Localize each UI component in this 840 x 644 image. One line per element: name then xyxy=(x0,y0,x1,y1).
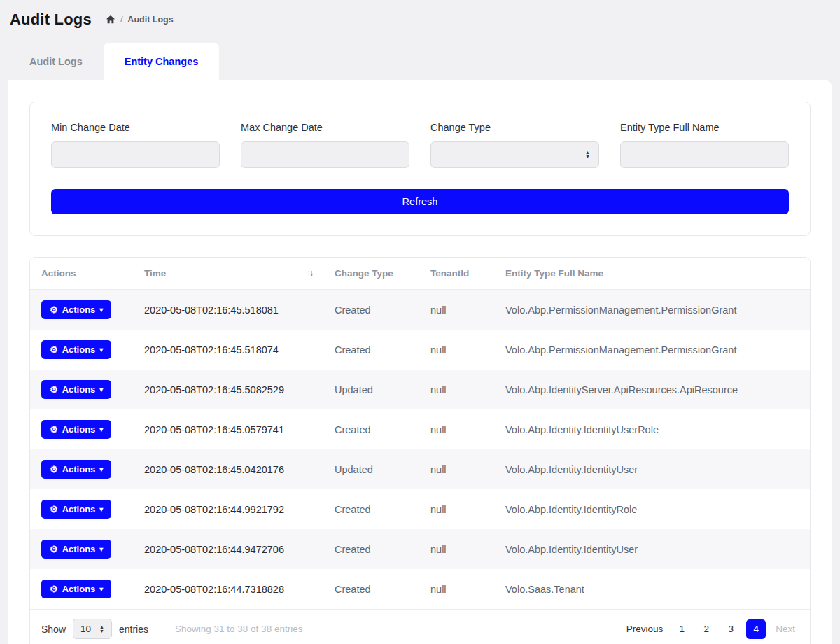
caret-down-icon: ▾ xyxy=(99,505,103,513)
tab-bar: Audit Logs Entity Changes xyxy=(0,43,840,80)
page-size-select[interactable]: 10 ▲▼ xyxy=(73,619,112,639)
cell-change-type: Created xyxy=(323,410,419,449)
table-footer: Show 10 ▲▼ entries Showing 31 to 38 of 3… xyxy=(30,609,810,644)
tab-audit-logs[interactable]: Audit Logs xyxy=(8,43,104,80)
cell-time: 2020-05-08T02:16:45.0579741 xyxy=(133,410,323,449)
row-actions-button[interactable]: ⚙Actions▾ xyxy=(41,580,111,598)
min-change-date-input[interactable] xyxy=(51,141,220,168)
gear-icon: ⚙ xyxy=(50,344,58,355)
page-title: Audit Logs xyxy=(10,10,92,29)
pagination-page-3[interactable]: 3 xyxy=(722,620,740,638)
entity-changes-table: Actions Time ↑↓ Change Type TenantId Ent… xyxy=(29,257,811,644)
caret-down-icon: ▾ xyxy=(99,306,103,314)
pagination-previous[interactable]: Previous xyxy=(623,624,667,634)
entity-type-full-name-input[interactable] xyxy=(620,141,789,168)
cell-change-type: Created xyxy=(323,489,419,529)
cell-tenant-id: null xyxy=(419,290,494,330)
refresh-button[interactable]: Refresh xyxy=(51,189,789,214)
cell-change-type: Updated xyxy=(323,370,419,410)
page-size-group: Show 10 ▲▼ entries xyxy=(41,619,148,639)
cell-time: 2020-05-08T02:16:45.0420176 xyxy=(133,449,323,489)
caret-down-icon: ▾ xyxy=(99,585,103,593)
column-header-change-type: Change Type xyxy=(323,258,419,290)
breadcrumb-separator: / xyxy=(120,15,122,24)
table-row: ⚙Actions▾2020-05-08T02:16:44.9472706Crea… xyxy=(30,529,810,569)
row-actions-button[interactable]: ⚙Actions▾ xyxy=(41,460,111,479)
main-card: Min Change Date Max Change Date Change T… xyxy=(8,80,832,644)
cell-tenant-id: null xyxy=(419,370,494,410)
sort-icon[interactable]: ↑↓ xyxy=(307,268,312,278)
cell-change-type: Created xyxy=(323,569,419,609)
pagination-page-4[interactable]: 4 xyxy=(746,620,766,639)
cell-tenant-id: null xyxy=(419,330,494,370)
gear-icon: ⚙ xyxy=(50,504,58,514)
gear-icon: ⚙ xyxy=(50,424,58,435)
cell-entity-type: Volo.Abp.IdentityServer.ApiResources.Api… xyxy=(494,370,810,410)
row-actions-button[interactable]: ⚙Actions▾ xyxy=(41,500,111,519)
gear-icon: ⚙ xyxy=(50,584,58,594)
cell-tenant-id: null xyxy=(419,569,494,609)
actions-button-label: Actions xyxy=(62,464,96,475)
actions-button-label: Actions xyxy=(62,584,96,594)
cell-time: 2020-05-08T02:16:44.7318828 xyxy=(133,569,323,609)
cell-entity-type: Volo.Abp.Identity.IdentityUser xyxy=(494,529,810,569)
filter-field-min-change-date: Min Change Date xyxy=(51,122,220,168)
row-actions-button[interactable]: ⚙Actions▾ xyxy=(41,420,111,439)
change-type-select[interactable]: ▲▼ xyxy=(430,141,599,168)
row-actions-button[interactable]: ⚙Actions▾ xyxy=(41,540,111,559)
actions-button-label: Actions xyxy=(62,344,96,355)
actions-button-label: Actions xyxy=(62,504,96,514)
row-actions-button[interactable]: ⚙Actions▾ xyxy=(41,300,111,319)
cell-time: 2020-05-08T02:16:44.9472706 xyxy=(133,529,323,569)
cell-actions: ⚙Actions▾ xyxy=(30,330,133,370)
row-actions-button[interactable]: ⚙Actions▾ xyxy=(41,380,111,399)
max-change-date-input[interactable] xyxy=(241,141,410,168)
cell-time: 2020-05-08T02:16:45.518081 xyxy=(133,290,323,330)
cell-entity-type: Volo.Saas.Tenant xyxy=(494,569,810,609)
cell-actions: ⚙Actions▾ xyxy=(30,569,133,609)
breadcrumb-current: Audit Logs xyxy=(127,15,173,24)
change-type-label: Change Type xyxy=(430,122,599,133)
table-row: ⚙Actions▾2020-05-08T02:16:44.9921792Crea… xyxy=(30,489,810,529)
pagination-page-2[interactable]: 2 xyxy=(697,620,715,638)
table-row: ⚙Actions▾2020-05-08T02:16:45.0420176Upda… xyxy=(30,449,810,489)
table-row: ⚙Actions▾2020-05-08T02:16:45.518081Creat… xyxy=(30,290,810,330)
column-header-tenant-id: TenantId xyxy=(419,258,494,290)
filter-grid: Min Change Date Max Change Date Change T… xyxy=(51,122,789,168)
filter-field-max-change-date: Max Change Date xyxy=(241,122,410,168)
cell-actions: ⚙Actions▾ xyxy=(30,529,133,569)
table-body: ⚙Actions▾2020-05-08T02:16:45.518081Creat… xyxy=(30,290,810,610)
entries-label: entries xyxy=(119,624,148,635)
table-row: ⚙Actions▾2020-05-08T02:16:45.0579741Crea… xyxy=(30,410,810,449)
actions-button-label: Actions xyxy=(62,424,96,435)
entity-type-full-name-label: Entity Type Full Name xyxy=(620,122,789,133)
filter-section: Min Change Date Max Change Date Change T… xyxy=(29,102,811,236)
actions-button-label: Actions xyxy=(62,544,96,554)
row-actions-button[interactable]: ⚙Actions▾ xyxy=(41,340,111,359)
column-header-time[interactable]: Time ↑↓ xyxy=(133,258,323,290)
cell-entity-type: Volo.Abp.PermissionManagement.Permission… xyxy=(494,330,810,370)
caret-down-icon: ▾ xyxy=(99,386,103,393)
actions-button-label: Actions xyxy=(62,384,96,395)
tab-entity-changes[interactable]: Entity Changes xyxy=(104,43,220,80)
home-icon[interactable] xyxy=(106,15,115,24)
column-header-actions: Actions xyxy=(30,258,133,290)
cell-change-type: Updated xyxy=(323,449,419,489)
cell-entity-type: Volo.Abp.PermissionManagement.Permission… xyxy=(494,290,810,330)
cell-time: 2020-05-08T02:16:45.518074 xyxy=(133,330,323,370)
cell-entity-type: Volo.Abp.Identity.IdentityRole xyxy=(494,489,810,529)
column-header-entity-type: Entity Type Full Name xyxy=(494,258,810,290)
filter-field-change-type: Change Type ▲▼ xyxy=(430,122,599,168)
cell-change-type: Created xyxy=(323,330,419,370)
cell-entity-type: Volo.Abp.Identity.IdentityUserRole xyxy=(494,410,810,449)
gear-icon: ⚙ xyxy=(50,304,58,315)
pagination-page-1[interactable]: 1 xyxy=(673,620,691,638)
cell-time: 2020-05-08T02:16:44.9921792 xyxy=(133,489,323,529)
pagination-pages: 1234 xyxy=(673,620,766,639)
cell-tenant-id: null xyxy=(419,489,494,529)
max-change-date-label: Max Change Date xyxy=(241,122,410,133)
page-size-value: 10 xyxy=(80,624,91,634)
entries-summary: Showing 31 to 38 of 38 entries xyxy=(175,624,302,634)
pagination-next[interactable]: Next xyxy=(772,624,799,634)
cell-tenant-id: null xyxy=(419,410,494,449)
